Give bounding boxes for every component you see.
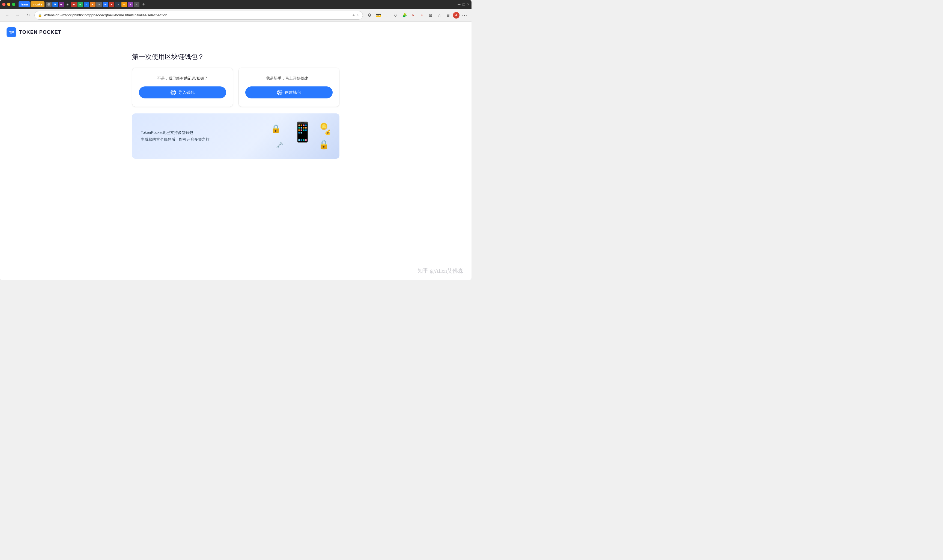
minimize-btn[interactable] bbox=[7, 3, 10, 6]
other-tabs: G ◆ ◈ ▶ TP G ● bbox=[46, 2, 139, 7]
main-content: 第一次使用区块链钱包？ 不是，我已经有助记词/私钥了 导入钱包 bbox=[127, 42, 345, 280]
window-right-controls: ─ □ × bbox=[458, 2, 469, 6]
forward-button[interactable]: → bbox=[14, 11, 21, 19]
tab-mcake[interactable]: mcake bbox=[31, 2, 44, 8]
collections-btn[interactable]: ⊞ bbox=[444, 11, 452, 19]
tab-bar: learn mcake G ◆ ◈ bbox=[19, 0, 148, 9]
lock-icon-1: 🔒 bbox=[271, 124, 281, 133]
tp-logo-text: TOKEN POCKET bbox=[19, 29, 62, 35]
restore-window-btn[interactable]: □ bbox=[463, 2, 465, 6]
maximize-btn[interactable] bbox=[12, 3, 15, 6]
more-btn[interactable]: ⋯ bbox=[461, 11, 468, 19]
custom-ext-btn[interactable]: ✦ bbox=[418, 11, 426, 19]
profile-avatar[interactable]: A bbox=[453, 12, 460, 18]
bookmark-star-icon[interactable]: ☆ bbox=[356, 13, 360, 17]
browser-window: learn mcake G ◆ ◈ bbox=[0, 0, 471, 280]
read-mode-icon[interactable]: Ꭺ bbox=[352, 13, 355, 17]
watermark: 知乎 @Allen艾佛森 bbox=[417, 267, 463, 275]
close-window-btn[interactable]: × bbox=[467, 2, 469, 6]
tab-icon-6[interactable]: TP bbox=[77, 2, 83, 7]
banner-text: TokenPocket现已支持多签钱包， 生成您的首个钱包后，即可开启多签之旅 bbox=[141, 129, 210, 143]
svg-text:TP: TP bbox=[9, 30, 14, 35]
tab-icon-14[interactable]: ✦ bbox=[128, 2, 133, 7]
download-btn[interactable]: ↓ bbox=[383, 11, 391, 19]
tab-icon-4[interactable]: ◈ bbox=[65, 2, 70, 7]
create-btn-icon bbox=[277, 90, 282, 95]
action-cards: 不是，我已经有助记词/私钥了 导入钱包 我是新手，马上开始创建！ bbox=[132, 68, 340, 107]
create-wallet-button[interactable]: 创建钱包 bbox=[245, 86, 333, 98]
lock-icon-2: 🔒 bbox=[318, 139, 329, 150]
svg-rect-3 bbox=[171, 91, 175, 94]
tp-logo: TP TOKEN POCKET bbox=[6, 27, 62, 37]
wallet-icon[interactable]: 💳 bbox=[374, 11, 382, 19]
address-action-icons: Ꭺ ☆ bbox=[352, 13, 360, 17]
banner-line2: 生成您的首个钱包后，即可开启多签之旅 bbox=[141, 137, 210, 142]
svg-point-0 bbox=[48, 3, 50, 6]
puzzle-btn[interactable]: 🧩 bbox=[401, 11, 408, 19]
back-button[interactable]: ← bbox=[3, 11, 11, 19]
page-content: TP TOKEN POCKET 第一次使用区块链钱包？ 不是，我已经有助记词/私… bbox=[0, 22, 471, 280]
extensions-btn[interactable]: ⚙ bbox=[366, 11, 373, 19]
address-bar: ← → ↻ 🔒 extension://mfgccjchihfkkindfppn… bbox=[0, 9, 471, 22]
import-wallet-btn-label: 导入钱包 bbox=[178, 90, 194, 95]
tab-icon-3[interactable]: ◆ bbox=[59, 2, 64, 7]
tab-icon-10[interactable]: TP bbox=[103, 2, 108, 7]
create-wallet-btn-label: 创建钱包 bbox=[285, 90, 301, 95]
favorites-btn[interactable]: ☆ bbox=[435, 11, 443, 19]
tp-logo-icon: TP bbox=[6, 27, 16, 37]
banner-illustration: 📱 🔒 🔒 🪙 🗝️ 💰 bbox=[271, 121, 331, 151]
import-card-subtitle: 不是，我已经有助记词/私钥了 bbox=[157, 76, 208, 81]
tab-icon-8[interactable]: ● bbox=[90, 2, 96, 7]
import-btn-icon bbox=[171, 90, 176, 95]
key-icon-1: 🗝️ bbox=[276, 142, 283, 148]
page-title: 第一次使用区块链钱包？ bbox=[132, 52, 204, 61]
tp-header: TP TOKEN POCKET bbox=[0, 22, 471, 42]
banner-line1: TokenPocket现已支持多签钱包， bbox=[141, 130, 197, 135]
tab-icon-7[interactable]: G bbox=[84, 2, 89, 7]
tab-icon-13[interactable]: ● bbox=[122, 2, 127, 7]
address-text: extension://mfgccjchihfkkindfppnaooecgfn… bbox=[44, 13, 350, 17]
tab-icon-2[interactable]: G bbox=[52, 2, 58, 7]
new-tab-button[interactable]: + bbox=[140, 0, 148, 8]
import-wallet-button[interactable]: 导入钱包 bbox=[139, 86, 226, 98]
create-card-subtitle: 我是新手，马上开始创建！ bbox=[266, 76, 312, 81]
tab-icon-15[interactable]: × bbox=[134, 2, 139, 7]
tab-icon-1[interactable] bbox=[46, 2, 52, 7]
coin-icon-1: 🪙 bbox=[320, 122, 328, 130]
tab-icon-5[interactable]: ▶ bbox=[71, 2, 77, 7]
tab-learn[interactable]: learn bbox=[19, 2, 30, 8]
address-input-wrap[interactable]: 🔒 extension://mfgccjchihfkkindfppnaooecg… bbox=[34, 11, 363, 20]
window-controls bbox=[2, 3, 15, 6]
r-extension-btn[interactable]: R bbox=[409, 11, 417, 19]
reload-button[interactable]: ↻ bbox=[24, 11, 32, 19]
multisig-banner[interactable]: TokenPocket现已支持多签钱包， 生成您的首个钱包后，即可开启多签之旅 … bbox=[132, 114, 340, 158]
coin-icon-2: 💰 bbox=[325, 129, 331, 135]
create-wallet-card: 我是新手，马上开始创建！ 创建钱包 bbox=[238, 68, 340, 107]
sidebar-btn[interactable]: ⊟ bbox=[427, 11, 434, 19]
title-bar: learn mcake G ◆ ◈ bbox=[0, 0, 471, 9]
tab-icon-9[interactable]: TP bbox=[96, 2, 102, 7]
phone-illustration: 📱 bbox=[290, 122, 314, 142]
toolbar-right: ⚙ 💳 ↓ 🛡 🧩 R ✦ ⊟ ☆ ⊞ A ⋯ bbox=[366, 11, 468, 19]
minimize-window-btn[interactable]: ─ bbox=[458, 2, 460, 6]
import-wallet-card: 不是，我已经有助记词/私钥了 导入钱包 bbox=[132, 68, 233, 107]
close-btn[interactable] bbox=[2, 3, 5, 6]
tab-icon-11[interactable]: ● bbox=[109, 2, 114, 7]
security-lock-icon: 🔒 bbox=[38, 13, 42, 17]
shield-btn[interactable]: 🛡 bbox=[392, 11, 400, 19]
tab-icon-12[interactable]: TP bbox=[115, 2, 120, 7]
